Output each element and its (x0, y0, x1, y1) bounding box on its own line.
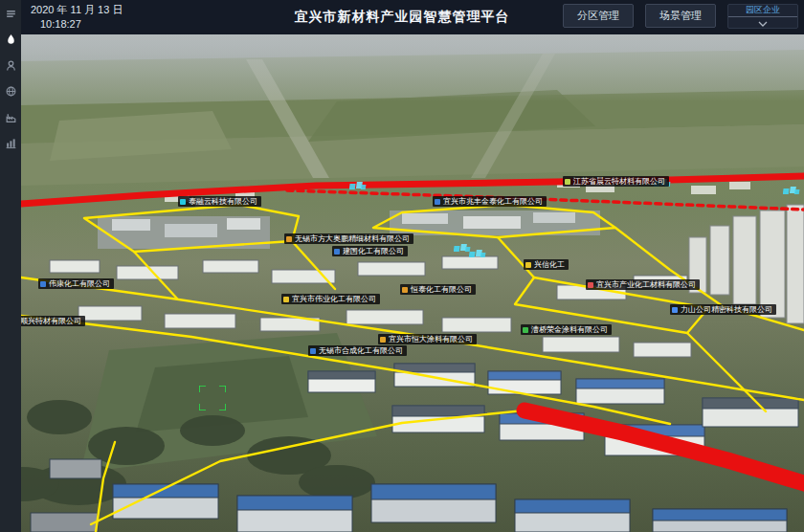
company-icon (283, 297, 289, 302)
dropdown-label: 园区企业 (728, 5, 797, 17)
chart-icon[interactable] (3, 135, 18, 150)
company-label-text: 宜兴市伟业化工有限公司 (292, 294, 376, 304)
scene-management-button[interactable]: 场景管理 (645, 4, 716, 28)
flame-icon[interactable] (3, 32, 18, 47)
menu-icon[interactable] (3, 6, 18, 21)
company-label-text: 泰融云科技有限公司 (189, 196, 257, 207)
company-icon (286, 236, 292, 242)
company-label-text: 伟康化工有限公司 (49, 278, 110, 289)
company-icon (588, 282, 593, 288)
company-icon (565, 179, 570, 185)
company-label-text: 兴市顺兴特材有限公司 (21, 316, 81, 326)
company-icon (334, 249, 340, 255)
company-label[interactable]: 力山公司精密科技有限公司 (670, 304, 776, 315)
company-icon (523, 327, 528, 333)
chevron-down-icon (728, 17, 797, 27)
company-icon (402, 287, 408, 293)
sidebar (0, 0, 21, 532)
company-label[interactable]: 宜兴市恒大涂料有限公司 (378, 334, 477, 344)
park-enterprise-dropdown[interactable]: 园区企业 (727, 4, 798, 29)
company-label[interactable]: 伟康化工有限公司 (38, 278, 114, 289)
zone-management-button[interactable]: 分区管理 (563, 4, 634, 28)
sensor-marker-3d[interactable] (349, 178, 367, 195)
company-icon (40, 281, 46, 287)
company-label-text: 漕桥荣金涂料有限公司 (531, 324, 608, 335)
company-label[interactable]: 兴市顺兴特材有限公司 (21, 316, 85, 326)
globe-icon[interactable] (3, 83, 18, 99)
company-icon (672, 307, 678, 313)
selection-reticle (199, 386, 226, 410)
company-icon (380, 337, 386, 343)
company-label[interactable]: 无锡市方大奥鹏精细材料有限公司 (284, 233, 413, 244)
app-window: 泰融云科技有限公司宜兴市兆丰金泰化工有限公司无锡市方大奥鹏精细材料有限公司建国化… (0, 0, 804, 532)
map-3d-view[interactable]: 泰融云科技有限公司宜兴市兆丰金泰化工有限公司无锡市方大奥鹏精细材料有限公司建国化… (21, 34, 804, 532)
company-label-text: 无锡市合成化工有限公司 (319, 345, 403, 356)
company-label-text: 建国化工有限公司 (343, 246, 404, 256)
company-label-text: 宜兴市恒大涂料有限公司 (389, 334, 473, 344)
factory-icon[interactable] (3, 109, 18, 124)
company-label[interactable]: 宜兴市伟业化工有限公司 (281, 294, 380, 304)
company-label[interactable]: 兴信化工 (524, 259, 569, 270)
company-label-text: 江苏省晨云特材料有限公司 (573, 176, 665, 187)
company-label[interactable]: 宜兴市产业化工材料有限公司 (586, 279, 700, 290)
company-label-text: 力山公司精密科技有限公司 (681, 304, 772, 315)
sensor-marker-3d[interactable] (469, 246, 486, 263)
user-icon[interactable] (3, 57, 18, 73)
company-label[interactable]: 泰融云科技有限公司 (178, 196, 261, 207)
sensor-marker-3d[interactable] (783, 183, 800, 200)
company-label-text: 兴信化工 (534, 259, 565, 270)
company-icon (435, 199, 440, 205)
company-icon (180, 199, 186, 205)
top-bar: 2020 年 11 月 13 日 10:18:27 宜兴市新材料产业园智慧管理平… (0, 0, 804, 34)
company-label[interactable]: 江苏省晨云特材料有限公司 (563, 176, 669, 187)
company-label[interactable]: 无锡市合成化工有限公司 (308, 345, 407, 356)
company-label-text: 恒泰化工有限公司 (411, 284, 472, 295)
company-icon (525, 262, 531, 268)
company-icon (310, 348, 316, 354)
company-label[interactable]: 宜兴市兆丰金泰化工有限公司 (433, 196, 547, 207)
company-label[interactable]: 恒泰化工有限公司 (400, 284, 476, 295)
company-label[interactable]: 漕桥荣金涂料有限公司 (521, 324, 612, 335)
company-label-text: 宜兴市兆丰金泰化工有限公司 (443, 196, 543, 207)
company-label[interactable]: 建国化工有限公司 (332, 246, 408, 256)
company-label-text: 无锡市方大奥鹏精细材料有限公司 (295, 233, 410, 244)
company-label-text: 宜兴市产业化工材料有限公司 (596, 279, 696, 290)
topbar-actions: 分区管理 场景管理 园区企业 (563, 4, 798, 29)
